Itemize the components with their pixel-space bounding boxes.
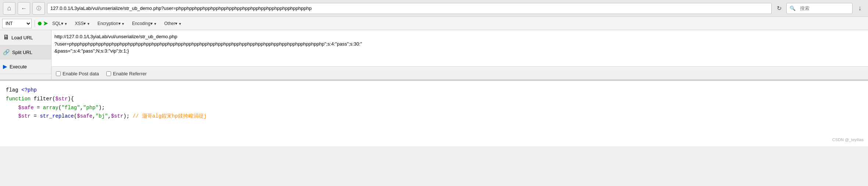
code-line-2: function filter($str){ (6, 95, 862, 104)
code-paren-close-1: ); (99, 105, 105, 111)
code-equals-1: = (34, 105, 43, 111)
int-select[interactable]: INT BOOL STRING (2, 19, 32, 28)
code-safe-param: $safe (77, 113, 92, 119)
browser-bar: ⌂ ← ⓘ ↻ 🔍 ↓ (0, 0, 868, 17)
code-string-bj: "bj" (96, 113, 108, 119)
sidebar-item-split-url[interactable]: 🔗 Split URL (0, 45, 51, 60)
code-php-open: <?php (21, 87, 37, 93)
load-url-icon: 🖥 (3, 34, 9, 41)
code-line-1: flag <?php (6, 86, 862, 95)
xss-menu[interactable]: XSS▾ (72, 20, 93, 27)
code-brace-open: ){ (68, 96, 74, 102)
code-str-replace: str_replace (40, 113, 74, 119)
separator (35, 20, 35, 27)
execute-icon: ▶ (3, 63, 7, 70)
code-comma-1: , (80, 105, 83, 111)
enable-post-label[interactable]: Enable Post data (56, 71, 99, 76)
code-indent-2 (6, 113, 18, 119)
code-flag: flag (6, 87, 21, 93)
home-button[interactable]: ⌂ (3, 2, 15, 15)
encoding-menu[interactable]: Encoding▾ (129, 20, 160, 27)
code-array-func: array (43, 105, 58, 111)
code-comma-3: , (108, 113, 111, 119)
code-line-4: $str = str_replace($safe,"bj",$str); // … (6, 112, 862, 121)
other-menu[interactable]: Other▾ (161, 20, 184, 27)
options-bar: Enable Post data Enable Referrer (51, 68, 868, 79)
sidebar-item-load-url[interactable]: 🖥 Load URL (0, 30, 51, 45)
refresh-icon: ↻ (777, 5, 782, 11)
watermark: CSDN @_teyilias (832, 136, 864, 143)
code-str-param: $str (111, 113, 124, 119)
main-panel: 🖥 Load URL 🔗 Split URL ▶ Execute http://… (0, 30, 868, 80)
enable-referrer-text: Enable Referrer (113, 71, 147, 76)
load-url-label: Load URL (11, 35, 33, 40)
url-textarea[interactable]: http://127.0.0.1/L3yiaLab/vul/unserializ… (51, 30, 868, 67)
enable-post-checkbox[interactable] (56, 71, 61, 76)
code-comment: // 灏哥alg鍜宩hp鍒挎崲涓篵j (133, 113, 207, 119)
sql-menu[interactable]: SQL▾ (49, 20, 70, 27)
code-var-safe: $safe (18, 105, 34, 111)
split-url-label: Split URL (12, 50, 32, 55)
enable-referrer-label[interactable]: Enable Referrer (106, 71, 147, 76)
code-area: flag <?php function filter($str){ $safe … (0, 80, 868, 146)
code-paren-2: ( (74, 113, 77, 119)
code-function-kw: function (6, 96, 34, 102)
address-bar[interactable] (47, 3, 772, 14)
split-url-icon: 🔗 (3, 49, 10, 56)
refresh-button[interactable]: ↻ (774, 3, 784, 14)
search-input[interactable] (797, 3, 849, 14)
encryption-menu[interactable]: Encryption▾ (95, 20, 128, 27)
enable-post-text: Enable Post data (63, 71, 99, 76)
execute-label: Execute (10, 64, 27, 69)
search-icon: 🔍 (790, 6, 796, 11)
code-comma-2: , (92, 113, 95, 119)
content-area: http://127.0.0.1/L3yiaLab/vul/unserializ… (51, 30, 868, 79)
code-line-3: $safe = array("flag","php"); (6, 104, 862, 112)
code-string-flag: "flag" (61, 105, 80, 111)
sidebar: 🖥 Load URL 🔗 Split URL ▶ Execute (0, 30, 51, 79)
code-paren-1: ( (58, 105, 61, 111)
info-button[interactable]: ⓘ (32, 2, 45, 15)
code-var-str: $str (18, 113, 31, 119)
toolbar: INT BOOL STRING ➤ SQL▾ XSS▾ Encryption▾ … (0, 17, 868, 30)
back-button[interactable]: ← (18, 2, 30, 15)
green-dot-icon (38, 22, 42, 25)
download-icon: ↓ (858, 4, 862, 12)
back-icon: ← (21, 5, 27, 12)
code-paren-close-2: ); (123, 113, 132, 119)
enable-referrer-checkbox[interactable] (106, 71, 111, 76)
info-icon: ⓘ (36, 5, 41, 12)
download-button[interactable]: ↓ (855, 3, 865, 14)
code-indent-1 (6, 105, 18, 111)
green-arrow-icon: ➤ (43, 20, 48, 27)
code-string-php: "php" (83, 105, 99, 111)
code-equals-2: = (31, 113, 40, 119)
sidebar-item-execute[interactable]: ▶ Execute (0, 60, 51, 74)
code-param-str: $str (55, 96, 68, 102)
code-function-name: filter( (34, 96, 56, 102)
